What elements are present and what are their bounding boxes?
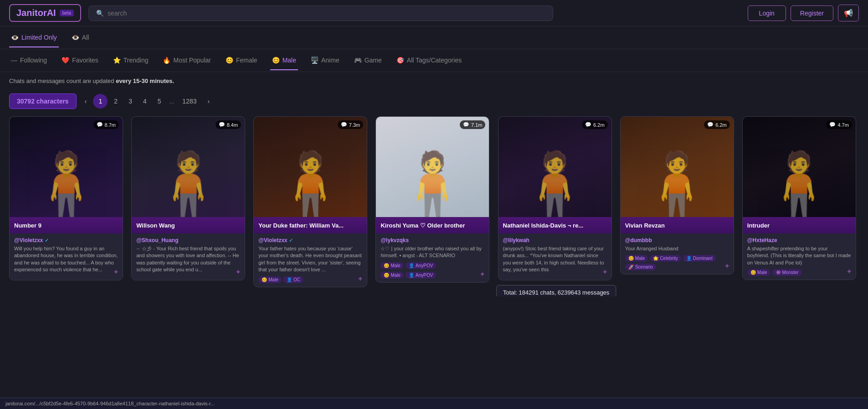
subtab-trending[interactable]: ⭐ Trending [111,51,150,70]
card-author[interactable]: @Violetzxx✓ [14,237,118,243]
character-card[interactable]: 🧍 💬 4.7m Intruder @HxteHaze A shapeshift… [742,116,856,280]
tag-male[interactable]: 😊Male [625,255,648,262]
all-tags-icon: 🎯 [396,57,404,64]
character-card[interactable]: 🧍 💬 7.3m Your Duke father: William Va...… [253,116,367,287]
chat-icon: 💬 [463,122,469,128]
character-card[interactable]: 🧍 💬 6.2m Nathaniel Ishida-Davis ¬ re... … [498,116,612,280]
tag-anypov[interactable]: 👤AnyPOV [406,272,436,279]
sparkle-icon: ✦ [357,274,363,283]
card-stats: 💬 7.1m [460,120,485,129]
tag-dominant[interactable]: 👤Dominant [683,255,716,262]
tag-male[interactable]: 😊Male [380,272,404,279]
sparkle-icon: ✦ [113,268,119,276]
card-description: A shapeshifter pretending to be your boy… [747,245,851,266]
page-5-button[interactable]: 5 [153,95,166,108]
sub-tabs: — Following ❤️ Favorites ⭐ Trending 🔥 Mo… [0,49,868,72]
chat-icon: 💬 [219,122,225,128]
tag-icon: 👤 [686,256,692,261]
verified-icon: ✓ [289,238,293,243]
logo[interactable]: JanitorAI beta [9,4,81,22]
stats-value: 6.2m [593,122,604,128]
sparkle-icon: ✦ [846,267,852,276]
subtab-game[interactable]: 🎮 Game [352,51,384,70]
card-title: Number 9 [10,217,123,233]
card-image: 🧍 💬 7.1m [376,117,489,217]
tab-all[interactable]: 👁️ All [70,28,91,47]
pagination: 30792 characters ‹ 1 2 3 4 5 ... 1283 › [0,90,868,116]
tag-anypov[interactable]: 👤AnyPOV [406,262,436,269]
page-1-button[interactable]: 1 [93,94,108,109]
popular-icon: 🔥 [163,57,170,64]
page-ellipsis: ... [168,98,176,105]
search-input[interactable] [108,10,545,17]
card-tags: 😊Male🌟Celebrity👤Dominant🚀Scenario [625,255,729,270]
tag-icon: 👾 [776,270,781,275]
card-author[interactable]: @lykvzqks [380,237,484,243]
subtab-male[interactable]: 😊 Male [270,51,298,70]
page-4-button[interactable]: 4 [139,95,151,108]
tag-scenario[interactable]: 🚀Scenario [625,264,656,270]
subtab-all-tags[interactable]: 🎯 All Tags/Categories [395,51,463,70]
card-description: ☆♡ | your older brother who raised you a… [380,245,484,259]
notice-bar: Chats and messages count are updated eve… [0,72,868,90]
card-stats: 💬 8.7m [93,120,119,129]
card-author[interactable]: @dumbbb [625,237,729,243]
next-page-button[interactable]: › [203,95,215,108]
character-card[interactable]: 🧍 💬 8.7m Number 9 @Violetzxx✓ Will you h… [9,116,123,280]
register-button[interactable]: Register [791,5,833,21]
subtab-most-popular[interactable]: 🔥 Most Popular [161,51,212,70]
card-author[interactable]: @HxteHaze [747,237,851,243]
search-icon: 🔍 [96,10,104,17]
tag-icon: 😊 [628,256,634,261]
tag-male[interactable]: 😊Male [747,269,770,276]
card-author[interactable]: @lilykwah [503,237,607,243]
tag-celebrity[interactable]: 🌟Celebrity [650,255,681,262]
character-count[interactable]: 30792 characters [9,93,77,109]
notification-button[interactable]: 📢 [838,5,859,21]
eye-slash-icon: 👁️ [11,34,19,41]
card-stats: 💬 7.3m [338,120,363,129]
sparkle-icon: ✦ [235,268,241,276]
tab-limited-only[interactable]: 👁️ Limited Only [9,28,59,47]
tag-male[interactable]: 😊Male [380,262,404,269]
tag-monster[interactable]: 👾Monster [772,269,802,276]
stats-value: 8.7m [105,122,116,128]
character-card[interactable]: 🧍 💬 7.1m Kiroshi Yuma ♡ Older brother @l… [375,116,489,283]
tag-icon: 👤 [409,263,414,268]
tag-male[interactable]: 😊Male [258,276,282,283]
subtab-female[interactable]: 😊 Female [224,51,259,70]
page-3-button[interactable]: 3 [124,95,137,108]
card-title: Vivian Revzan [621,217,734,233]
card-author[interactable]: @Violetzxx✓ [258,237,362,243]
header-right: Login Register 📢 [748,5,859,21]
stats-value: 8.4m [227,122,238,128]
card-author[interactable]: @Shxou_Huang [136,237,240,243]
tag-oc[interactable]: 👤OC [283,276,303,283]
sparkle-icon: ✦ [602,268,608,276]
verified-icon: ✓ [45,238,49,243]
page-2-button[interactable]: 2 [109,95,122,108]
character-card[interactable]: 🧍 💬 6.2m Vivian Revzan @dumbbb Your Arra… [620,116,734,274]
character-card[interactable]: 🧍 💬 8.4m Willson Wang @Shxou_Huang ∼ ☆彡 … [131,116,245,280]
card-body: @dumbbb Your Arranged Husband 😊Male🌟Cele… [621,233,734,274]
search-bar: 🔍 [88,5,553,21]
tag-icon: 😊 [384,263,389,268]
tag-icon: 😊 [750,270,756,275]
card-title: Intruder [743,217,856,233]
prev-page-button[interactable]: ‹ [80,95,92,108]
card-title: Your Duke father: William Va... [254,217,367,233]
card-description: Will you help him? You found a guy in an… [14,245,118,274]
card-title: Willson Wang [132,217,245,233]
tooltip: Total: 184291 chats, 6239643 messages [496,285,616,296]
trending-icon: ⭐ [113,57,121,64]
subtab-following[interactable]: — Following [9,51,49,70]
login-button[interactable]: Login [748,5,786,21]
subtab-anime[interactable]: 🖥️ Anime [309,51,341,70]
main-tabs: 👁️ Limited Only 👁️ All [0,26,868,49]
subtab-favorites[interactable]: ❤️ Favorites [60,51,100,70]
page-last-button[interactable]: 1283 [178,95,201,108]
card-description: Your father hates you because you 'cause… [258,245,362,274]
card-image: 🧍 💬 6.2m [498,117,611,217]
chat-icon: 💬 [829,122,836,128]
male-icon: 😊 [272,57,280,64]
